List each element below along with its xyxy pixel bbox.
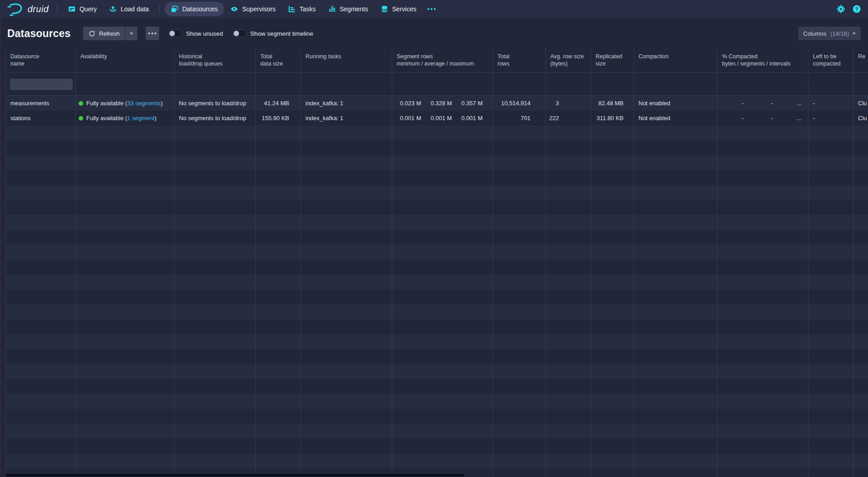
show-segment-timeline-toggle[interactable] bbox=[233, 30, 246, 37]
empty-cell bbox=[634, 230, 718, 245]
column-header-line: Compaction bbox=[638, 53, 717, 60]
empty-cell bbox=[256, 424, 301, 439]
empty-cell bbox=[76, 304, 174, 319]
column-header[interactable]: Totalrows bbox=[493, 49, 546, 72]
empty-cell bbox=[174, 364, 256, 379]
datasource-name-cell[interactable]: measurements bbox=[6, 96, 76, 111]
column-header[interactable]: Datasourcename bbox=[6, 49, 76, 72]
empty-cell bbox=[256, 454, 301, 468]
nav-item-tasks[interactable]: Tasks bbox=[282, 2, 322, 16]
gantt-icon bbox=[288, 5, 296, 13]
chevron-down-icon bbox=[130, 33, 133, 35]
empty-cell bbox=[808, 200, 854, 215]
horizontal-scrollbar-thumb[interactable] bbox=[5, 474, 464, 477]
columns-dropdown-button[interactable]: Columns (14/16) bbox=[798, 27, 861, 40]
empty-cell bbox=[718, 170, 808, 185]
empty-cell bbox=[301, 290, 392, 304]
empty-table-row bbox=[6, 409, 868, 424]
refresh-interval-dropdown[interactable] bbox=[126, 27, 137, 40]
empty-cell bbox=[591, 245, 634, 260]
column-header[interactable]: Replicatedsize bbox=[591, 49, 634, 72]
column-header-line: % Compacted bbox=[722, 53, 808, 60]
column-header-line: load/drop queues bbox=[179, 60, 255, 67]
pct-compacted-value: ... bbox=[779, 115, 802, 122]
column-header[interactable]: Totaldata size bbox=[256, 49, 301, 72]
empty-cell bbox=[854, 200, 868, 215]
table-header-row: DatasourcenameAvailabilityHistoricalload… bbox=[6, 49, 868, 72]
empty-cell bbox=[718, 230, 808, 245]
empty-cell bbox=[392, 319, 493, 334]
empty-cell bbox=[6, 155, 76, 170]
empty-cell bbox=[174, 275, 256, 290]
more-icon bbox=[427, 8, 436, 10]
empty-cell bbox=[301, 334, 392, 349]
column-header[interactable]: Left to becompacted bbox=[808, 49, 854, 72]
nav-item-query[interactable]: Query bbox=[62, 2, 103, 16]
nav-more-button[interactable] bbox=[422, 8, 441, 10]
empty-cell bbox=[634, 126, 718, 140]
show-unused-toggle[interactable] bbox=[169, 30, 182, 37]
filter-cell bbox=[808, 73, 854, 95]
pct-compacted-value: - bbox=[750, 100, 773, 107]
nav-item-segments[interactable]: Segments bbox=[322, 2, 375, 16]
refresh-button[interactable]: Refresh bbox=[83, 27, 125, 40]
empty-cell bbox=[808, 230, 854, 245]
datasource-name: stations bbox=[10, 115, 31, 122]
empty-cell bbox=[493, 170, 546, 185]
column-header[interactable]: % Compactedbytes / segments / intervals bbox=[718, 49, 808, 72]
empty-cell bbox=[546, 468, 591, 477]
empty-cell bbox=[6, 140, 76, 155]
datasource-name-cell[interactable]: stations bbox=[6, 111, 76, 126]
empty-cell bbox=[634, 424, 718, 439]
toolbar-more-button[interactable] bbox=[145, 27, 159, 40]
datasource-name-filter-input[interactable] bbox=[9, 78, 73, 90]
column-header[interactable]: Historicalload/drop queues bbox=[174, 49, 256, 72]
column-header-line: Avg. row size bbox=[550, 53, 591, 60]
empty-cell bbox=[718, 140, 808, 155]
empty-cell bbox=[256, 185, 301, 200]
empty-cell bbox=[76, 379, 174, 394]
filter-cell bbox=[718, 73, 808, 95]
help-button[interactable]: ? bbox=[853, 5, 861, 13]
empty-cell bbox=[392, 349, 493, 364]
empty-cell bbox=[493, 439, 546, 454]
column-header[interactable]: Re bbox=[854, 49, 868, 72]
column-header[interactable]: Availability bbox=[76, 49, 174, 72]
segments-link[interactable]: 1 segment bbox=[127, 115, 155, 122]
column-header[interactable]: Compaction bbox=[634, 49, 718, 72]
empty-cell bbox=[808, 454, 854, 468]
nav-item-services[interactable]: Services bbox=[375, 2, 423, 16]
segments-link[interactable]: 33 segments bbox=[127, 100, 160, 107]
database-icon bbox=[381, 5, 388, 13]
empty-cell bbox=[174, 245, 256, 260]
empty-cell bbox=[6, 334, 76, 349]
empty-cell bbox=[546, 379, 591, 394]
column-header[interactable]: Avg. row size(bytes) bbox=[546, 49, 591, 72]
empty-cell bbox=[634, 409, 718, 424]
empty-cell bbox=[301, 275, 392, 290]
empty-cell bbox=[301, 215, 392, 230]
empty-cell bbox=[392, 334, 493, 349]
druid-logo[interactable]: druid bbox=[6, 2, 49, 16]
empty-cell bbox=[392, 155, 493, 170]
empty-cell bbox=[493, 468, 546, 477]
empty-cell bbox=[76, 260, 174, 275]
empty-cell bbox=[854, 454, 868, 468]
empty-cell bbox=[6, 379, 76, 394]
settings-button[interactable] bbox=[837, 5, 845, 13]
eye-icon bbox=[230, 5, 238, 13]
filter-cell bbox=[546, 73, 591, 95]
column-header[interactable]: Segment rowsminimum / average / maximum bbox=[392, 49, 493, 72]
empty-cell bbox=[392, 439, 493, 454]
running-tasks-cell: index_kafka: 1 bbox=[301, 96, 392, 111]
empty-cell bbox=[854, 260, 868, 275]
nav-item-supervisors[interactable]: Supervisors bbox=[224, 2, 282, 16]
nav-item-load-data[interactable]: Load data bbox=[103, 2, 155, 16]
nav-item-datasources[interactable]: Datasources bbox=[164, 2, 224, 16]
column-header[interactable]: Running tasks bbox=[301, 49, 392, 72]
empty-cell bbox=[808, 334, 854, 349]
total-rows-value: 10,514,914 bbox=[501, 100, 530, 107]
column-header-line: bytes / segments / intervals bbox=[722, 60, 808, 67]
availability-cell: Fully available (1 segment) bbox=[76, 111, 174, 126]
pct-compacted-value: - bbox=[750, 115, 773, 122]
